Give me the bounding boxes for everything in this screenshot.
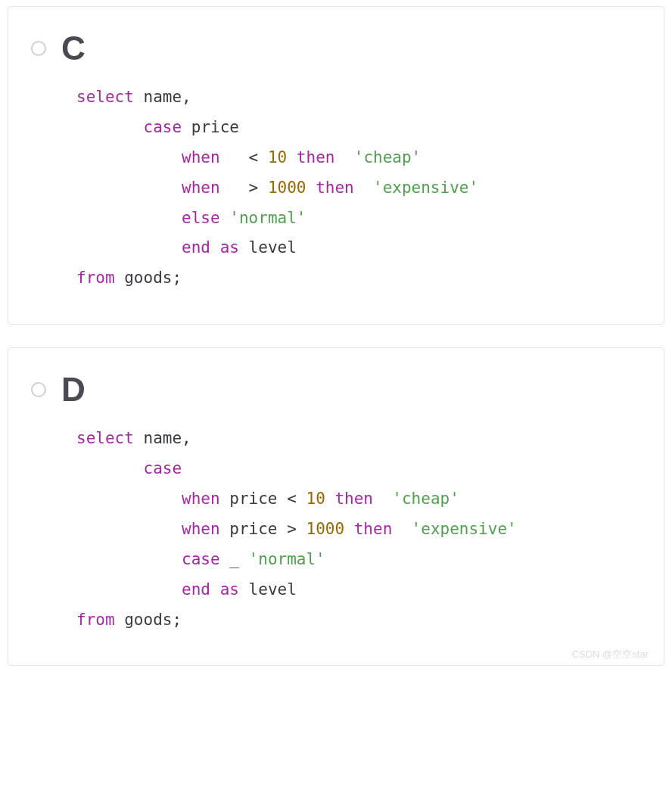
number: 1000 bbox=[306, 520, 344, 538]
option-card-d[interactable]: D select name, case when price < 10 then… bbox=[8, 347, 664, 666]
ident-price: price bbox=[220, 520, 288, 538]
keyword-when: when bbox=[182, 520, 220, 538]
number: 10 bbox=[268, 148, 287, 166]
ident-goods: goods bbox=[115, 269, 173, 287]
option-letter: D bbox=[61, 371, 86, 409]
keyword-case: case bbox=[182, 550, 220, 568]
keyword-case: case bbox=[144, 118, 182, 136]
op-gt: > bbox=[249, 179, 259, 197]
ident-level: level bbox=[239, 238, 297, 257]
string-normal: 'normal' bbox=[229, 209, 306, 227]
string-cheap: 'cheap' bbox=[354, 148, 422, 166]
op-lt: < bbox=[287, 490, 297, 508]
watermark: CSDN @空空star bbox=[572, 648, 649, 661]
keyword-then: then bbox=[297, 148, 335, 166]
keyword-as: as bbox=[220, 580, 239, 599]
ident-price: price bbox=[220, 490, 288, 508]
ident-level: level bbox=[239, 580, 297, 599]
comma: , bbox=[182, 429, 191, 447]
string-cheap: 'cheap' bbox=[392, 490, 459, 508]
comma: , bbox=[182, 88, 191, 106]
keyword-as: as bbox=[220, 238, 239, 257]
op-gt: > bbox=[287, 520, 297, 538]
semicolon: ; bbox=[172, 269, 182, 287]
keyword-then: then bbox=[316, 179, 354, 197]
keyword-select: select bbox=[76, 429, 134, 447]
underscore: _ bbox=[220, 550, 249, 568]
option-header: C bbox=[31, 30, 641, 67]
number: 1000 bbox=[268, 179, 306, 197]
string-expensive: 'expensive' bbox=[373, 179, 478, 197]
keyword-when: when bbox=[182, 148, 220, 166]
keyword-when: when bbox=[182, 179, 220, 197]
op-lt: < bbox=[249, 148, 259, 166]
radio-icon[interactable] bbox=[31, 382, 46, 397]
keyword-from: from bbox=[76, 611, 115, 629]
radio-icon[interactable] bbox=[31, 41, 46, 56]
keyword-end: end bbox=[182, 580, 210, 599]
keyword-case: case bbox=[144, 459, 182, 477]
ident-goods: goods bbox=[115, 611, 173, 629]
ident-price: price bbox=[182, 118, 239, 136]
string-normal: 'normal' bbox=[249, 550, 325, 568]
number: 10 bbox=[306, 490, 325, 508]
keyword-select: select bbox=[76, 88, 134, 106]
semicolon: ; bbox=[172, 611, 182, 629]
ident-name: name bbox=[134, 429, 182, 447]
option-letter: C bbox=[61, 30, 86, 67]
option-card-c[interactable]: C select name, case price when < 10 then… bbox=[8, 6, 664, 325]
keyword-then: then bbox=[334, 490, 373, 508]
keyword-when: when bbox=[182, 490, 220, 508]
keyword-then: then bbox=[354, 520, 393, 538]
option-header: D bbox=[31, 371, 641, 409]
ident-name: name bbox=[134, 88, 182, 106]
keyword-end: end bbox=[182, 238, 210, 257]
code-block-c: select name, case price when < 10 then '… bbox=[76, 82, 641, 294]
code-block-d: select name, case when price < 10 then '… bbox=[76, 424, 641, 635]
keyword-from: from bbox=[76, 269, 115, 287]
string-expensive: 'expensive' bbox=[412, 520, 517, 538]
keyword-else: else bbox=[182, 209, 220, 227]
